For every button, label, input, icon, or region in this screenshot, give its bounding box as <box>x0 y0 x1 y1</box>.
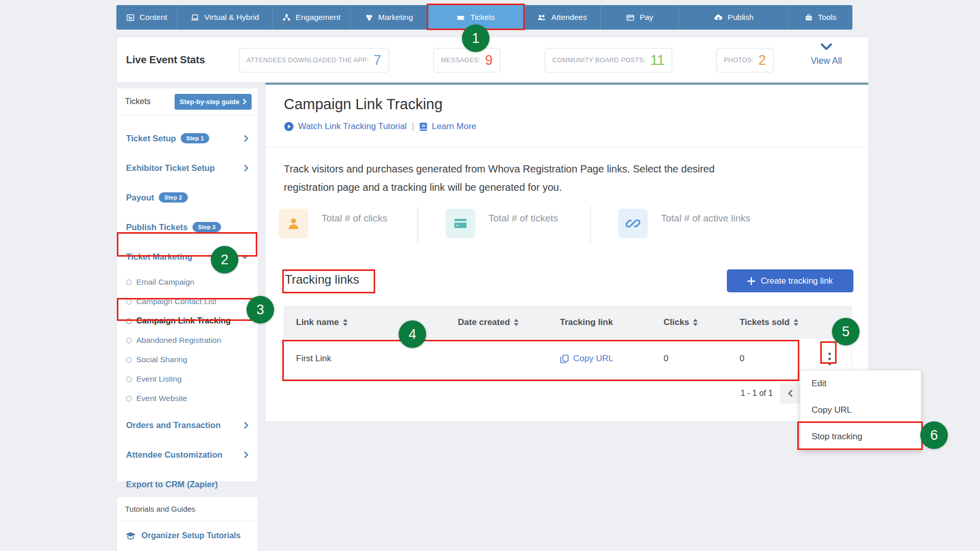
row-actions-menu-button[interactable] <box>822 347 837 370</box>
sidebar-item-label: Orders and Transaction <box>126 420 220 430</box>
sidebar-item-campaign-link-tracking[interactable]: Campaign Link Tracking <box>117 311 258 331</box>
stat-messages: MESSAGES: 9 <box>433 48 500 72</box>
sidebar-subitem-label: Campaign Link Tracking <box>136 316 231 325</box>
sidebar-item-publish-tickets[interactable]: Publish Tickets Step 3 <box>117 212 258 242</box>
copy-url-button[interactable]: Copy URL <box>560 354 613 364</box>
sidebar-item-attendee-customization[interactable]: Attendee Customization <box>117 440 258 469</box>
chevron-down-icon <box>241 254 249 259</box>
sidebar-items: Ticket Setup Step 1 Exhibitor Ticket Set… <box>117 115 258 499</box>
sidebar-item-ticket-marketing[interactable]: Ticket Marketing <box>117 242 258 271</box>
stat-label: PHOTOS: <box>724 57 754 64</box>
annotation-badge-6: 6 <box>920 421 948 449</box>
link-separator: | <box>412 122 414 131</box>
table-header: Link name Date created Tracking link Cli… <box>284 307 851 338</box>
bullet-icon <box>126 377 132 382</box>
copy-icon <box>560 354 569 364</box>
copy-url-label: Copy URL <box>573 354 613 364</box>
chevron-right-icon <box>242 98 247 105</box>
step-badge: Step 1 <box>181 133 210 143</box>
step-badge: Step 3 <box>192 222 222 232</box>
sidebar-subitem-label: Campaign Contact List <box>136 297 216 306</box>
tab-marketing[interactable]: Marketing <box>351 5 428 30</box>
sidebar-item-label: Ticket Marketing <box>126 252 192 262</box>
sidebar-item-event-listing[interactable]: Event Listing <box>117 369 258 389</box>
tab-virtual-hybrid[interactable]: Virtual & Hybrid <box>178 5 273 30</box>
guide-button-label: Step-by-step guide <box>180 98 239 106</box>
column-link-name[interactable]: Link name <box>296 307 348 338</box>
stats-title: Live Event Stats <box>126 54 205 66</box>
step-by-step-guide-button[interactable]: Step-by-step guide <box>175 94 252 110</box>
tab-tools[interactable]: Tools <box>789 5 852 30</box>
sidebar-item-export-to-crm[interactable]: Export to CRM (Zapier) <box>117 469 258 499</box>
bullet-icon <box>126 396 132 402</box>
column-tickets-sold[interactable]: Tickets sold <box>740 307 799 338</box>
metric-total-active-links: Total # of active links <box>618 209 750 238</box>
description-text: Track visitors and purchases generated f… <box>284 160 753 196</box>
card-icon <box>446 209 475 238</box>
stat-value: 2 <box>758 53 766 68</box>
column-clicks[interactable]: Clicks <box>664 307 698 338</box>
divider <box>590 206 591 245</box>
sidebar-item-orders-and-transaction[interactable]: Orders and Transaction <box>117 410 258 440</box>
tab-label: Pay <box>640 13 653 22</box>
tab-attendees[interactable]: Attendees <box>524 5 601 30</box>
cell-tickets-sold: 0 <box>740 338 744 379</box>
cell-link-name: First Link <box>296 338 331 379</box>
sidebar-item-label: Ticket Setup <box>126 134 176 143</box>
learn-more-link[interactable]: Learn More <box>419 121 476 132</box>
tab-content[interactable]: Content <box>116 5 178 30</box>
column-label: Clicks <box>664 317 689 328</box>
tab-pay[interactable]: Pay <box>601 5 679 30</box>
metric-label: Total # of active links <box>661 213 750 238</box>
play-circle-icon <box>284 121 294 132</box>
sidebar-item-ticket-setup[interactable]: Ticket Setup Step 1 <box>117 123 258 153</box>
tab-publish[interactable]: Publish <box>679 5 789 30</box>
step-badge: Step 2 <box>159 192 188 203</box>
sidebar-item-email-campaign[interactable]: Email Campaign <box>117 272 258 292</box>
sidebar-item-campaign-contact-list[interactable]: Campaign Contact List <box>117 292 258 311</box>
sidebar-item-payout[interactable]: Payout Step 2 <box>117 183 258 212</box>
previous-page-button[interactable] <box>780 383 800 404</box>
sort-icon <box>693 318 698 327</box>
tab-label: Engagement <box>296 13 340 22</box>
organizer-setup-tutorials-link[interactable]: Organizer Setup Tutorials <box>117 521 258 550</box>
sidebar-item-exhibitor-ticket-setup[interactable]: Exhibitor Ticket Setup <box>117 153 258 183</box>
tutorials-card: Tutorials and Guides Organizer Setup Tut… <box>116 496 258 551</box>
sidebar-title: Tickets <box>125 97 151 106</box>
menu-item-copy-url[interactable]: Copy URL <box>800 397 921 423</box>
link-icon <box>618 209 648 238</box>
chevron-down-icon <box>818 41 835 53</box>
tracking-links-table: Link name Date created Tracking link Cli… <box>284 306 852 380</box>
tab-label: Tickets <box>470 13 495 22</box>
tab-label: Attendees <box>551 13 587 22</box>
sidebar-item-abandoned-registration[interactable]: Abandoned Registration <box>117 331 258 350</box>
tracking-links-title: Tracking links <box>285 272 359 287</box>
ticket-marketing-submenu: Email Campaign Campaign Contact List Cam… <box>117 271 258 410</box>
bullet-icon <box>126 318 132 324</box>
tab-tickets[interactable]: Tickets <box>428 5 524 30</box>
live-event-stats-bar: Live Event Stats ATTENDEES DOWNLOADED TH… <box>116 37 869 83</box>
toolbox-icon <box>804 13 813 22</box>
metric-total-tickets: Total # of tickets <box>446 209 558 238</box>
column-label: Date created <box>458 317 510 328</box>
sidebar-item-social-sharing[interactable]: Social Sharing <box>117 350 258 369</box>
view-all-button[interactable]: View All <box>801 41 852 66</box>
top-nav: Content Virtual & Hybrid Engagement Mark… <box>116 5 852 30</box>
tab-label: Content <box>139 13 167 22</box>
sidebar-header: Tickets Step-by-step guide <box>117 88 258 115</box>
tab-engagement[interactable]: Engagement <box>273 5 351 30</box>
column-date-created[interactable]: Date created <box>458 307 519 338</box>
bullet-icon <box>126 338 132 343</box>
watch-tutorial-link[interactable]: Watch Link Tracking Tutorial <box>284 121 407 132</box>
create-tracking-link-button[interactable]: Create tracking link <box>727 269 853 292</box>
stat-label: COMMUNITY BOARD POSTS: <box>552 57 646 64</box>
learn-more-label: Learn More <box>432 121 476 132</box>
bullet-icon <box>126 299 132 305</box>
menu-item-stop-tracking[interactable]: Stop tracking <box>800 423 921 450</box>
sidebar-subitem-label: Abandoned Registration <box>136 336 221 345</box>
tutorials-link-label: Organizer Setup Tutorials <box>141 531 240 540</box>
tab-label: Marketing <box>378 13 413 22</box>
menu-item-edit[interactable]: Edit <box>800 370 921 397</box>
page-title: Campaign Link Tracking <box>284 96 443 113</box>
sidebar-item-event-website[interactable]: Event Website <box>117 389 258 408</box>
